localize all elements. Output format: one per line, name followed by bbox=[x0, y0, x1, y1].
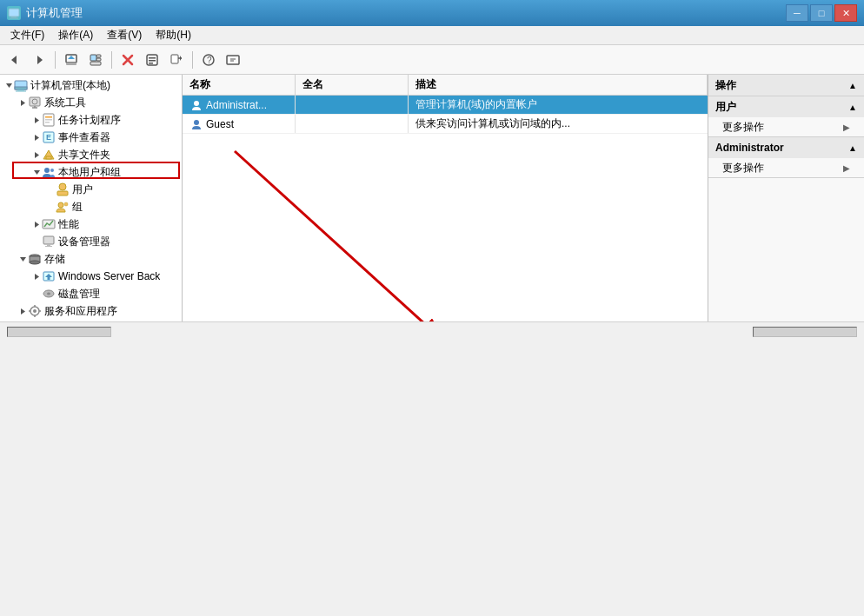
tree-item-localusers[interactable]: 本地用户和组 bbox=[0, 163, 182, 181]
svg-rect-0 bbox=[9, 9, 19, 17]
cell-name-1: Guest bbox=[183, 115, 296, 133]
menu-file[interactable]: 文件(F) bbox=[3, 26, 51, 44]
svg-rect-23 bbox=[227, 56, 239, 64]
tree-item-root[interactable]: 计算机管理(本地) bbox=[0, 76, 182, 94]
svg-rect-2 bbox=[10, 18, 18, 19]
tree-label-task: 任务计划程序 bbox=[58, 113, 121, 128]
cell-desc-0: 管理计算机(域)的内置帐户 bbox=[409, 96, 708, 114]
status-scroll-right[interactable] bbox=[753, 327, 857, 337]
window-controls: ─ □ ✕ bbox=[786, 4, 857, 22]
back-button[interactable] bbox=[3, 49, 26, 71]
tree-icon-storage bbox=[28, 252, 42, 266]
tree-item-backup[interactable]: Windows Server Back bbox=[0, 268, 182, 285]
tree-item-system[interactable]: 系统工具 bbox=[0, 94, 182, 111]
tree-arrow-share[interactable] bbox=[31, 151, 42, 159]
svg-point-61 bbox=[30, 261, 40, 264]
menu-view[interactable]: 查看(V) bbox=[100, 26, 149, 44]
col-header-desc[interactable]: 描述 bbox=[409, 75, 708, 95]
delete-button[interactable] bbox=[116, 49, 139, 71]
cell-fullname-1 bbox=[296, 115, 409, 133]
tree-icon-disk bbox=[42, 287, 56, 301]
status-scroll-left[interactable] bbox=[7, 327, 111, 337]
tree-arrow-perf[interactable] bbox=[31, 221, 42, 229]
forward-button[interactable] bbox=[28, 49, 50, 71]
tree-panel[interactable]: 计算机管理(本地)系统工具任务计划程序E事件查看器共享文件夹本地用户和组用户组性… bbox=[0, 75, 183, 321]
svg-line-77 bbox=[235, 151, 426, 321]
menu-help[interactable]: 帮助(H) bbox=[149, 26, 198, 44]
tree-icon-localusers bbox=[42, 165, 56, 179]
svg-rect-39 bbox=[45, 119, 52, 121]
actions-panel: 操作▲用户▲更多操作▶Administrator▲更多操作▶ bbox=[708, 75, 864, 321]
content-row-1[interactable]: Guest供来宾访问计算机或访问域的内... bbox=[183, 115, 708, 134]
tree-icon-services bbox=[28, 304, 42, 318]
minimize-button[interactable]: ─ bbox=[786, 4, 808, 22]
title-bar: 计算机管理 ─ □ ✕ bbox=[0, 0, 864, 26]
tree-item-device[interactable]: 设备管理器 bbox=[0, 233, 182, 250]
tree-item-users[interactable]: 用户 bbox=[0, 181, 182, 198]
tree-item-share[interactable]: 共享文件夹 bbox=[0, 146, 182, 163]
close-button[interactable]: ✕ bbox=[834, 4, 857, 22]
tree-arrow-storage[interactable] bbox=[17, 255, 28, 263]
help-button[interactable]: ? bbox=[197, 49, 220, 71]
maximize-button[interactable]: □ bbox=[810, 4, 833, 22]
tree-arrow-task[interactable] bbox=[31, 116, 42, 124]
properties-button[interactable] bbox=[141, 49, 163, 71]
cell-desc-1: 供来宾访问计算机或访问域的内... bbox=[409, 115, 708, 133]
svg-marker-26 bbox=[6, 83, 12, 88]
menu-action[interactable]: 操作(A) bbox=[51, 26, 100, 44]
svg-text:?: ? bbox=[207, 56, 212, 65]
tree-arrow-system[interactable] bbox=[17, 99, 28, 107]
action-item-1-0[interactable]: 更多操作▶ bbox=[708, 117, 864, 136]
actions-section-title-0[interactable]: 操作▲ bbox=[708, 75, 864, 96]
svg-rect-6 bbox=[66, 63, 76, 65]
svg-marker-7 bbox=[68, 56, 75, 59]
svg-marker-46 bbox=[34, 170, 40, 175]
svg-point-48 bbox=[50, 169, 54, 172]
action-item-2-0[interactable]: 更多操作▶ bbox=[708, 158, 864, 177]
console-button[interactable] bbox=[222, 49, 244, 71]
tree-item-services[interactable]: 服务和应用程序 bbox=[0, 302, 182, 320]
tree-label-storage: 存储 bbox=[44, 252, 65, 267]
tree-label-disk: 磁盘管理 bbox=[58, 287, 100, 301]
col-header-name[interactable]: 名称 bbox=[183, 75, 296, 95]
tree-item-disk[interactable]: 磁盘管理 bbox=[0, 285, 182, 302]
tree-label-system: 系统工具 bbox=[44, 96, 86, 110]
actions-section-1: 用户▲更多操作▶ bbox=[708, 96, 864, 137]
tree-label-groups: 组 bbox=[72, 200, 83, 215]
svg-rect-16 bbox=[149, 60, 156, 62]
tree-item-perf[interactable]: 性能 bbox=[0, 215, 182, 233]
tree-item-task[interactable]: 任务计划程序 bbox=[0, 111, 182, 129]
tree-label-services: 服务和应用程序 bbox=[44, 304, 117, 319]
tree-arrow-backup[interactable] bbox=[31, 273, 42, 281]
actions-section-title-2[interactable]: Administrator▲ bbox=[708, 137, 864, 158]
svg-rect-45 bbox=[46, 156, 51, 159]
tree-arrow-event[interactable] bbox=[31, 134, 42, 142]
content-header: 名称 全名 描述 bbox=[183, 75, 708, 96]
svg-point-50 bbox=[59, 183, 66, 190]
tree-item-storage[interactable]: 存储 bbox=[0, 250, 182, 268]
tree-item-event[interactable]: E事件查看器 bbox=[0, 129, 182, 146]
tree-icon-groups bbox=[56, 200, 70, 214]
svg-rect-29 bbox=[17, 89, 24, 91]
tree-icon-users bbox=[56, 182, 70, 196]
tree-item-groups[interactable]: 组 bbox=[0, 198, 182, 215]
window-title: 计算机管理 bbox=[26, 5, 83, 21]
svg-point-52 bbox=[64, 202, 68, 206]
tree-arrow-root[interactable] bbox=[3, 82, 14, 89]
tree-arrow-services[interactable] bbox=[17, 308, 28, 315]
tree-arrow-localusers[interactable] bbox=[31, 169, 42, 176]
up-button[interactable] bbox=[60, 49, 83, 71]
export-button[interactable] bbox=[165, 49, 188, 71]
tree-icon-perf bbox=[42, 217, 56, 231]
svg-marker-4 bbox=[37, 56, 43, 64]
svg-point-66 bbox=[47, 293, 50, 295]
show-hide-button[interactable] bbox=[84, 49, 107, 71]
annotation-arrow bbox=[183, 134, 708, 321]
svg-rect-38 bbox=[45, 116, 52, 118]
tree-label-device: 设备管理器 bbox=[58, 235, 110, 249]
svg-rect-1 bbox=[11, 17, 17, 18]
actions-section-title-1[interactable]: 用户▲ bbox=[708, 96, 864, 117]
col-header-fullname[interactable]: 全名 bbox=[296, 75, 409, 95]
svg-rect-56 bbox=[47, 244, 50, 246]
content-row-0[interactable]: Administrat...管理计算机(域)的内置帐户 bbox=[183, 96, 708, 115]
